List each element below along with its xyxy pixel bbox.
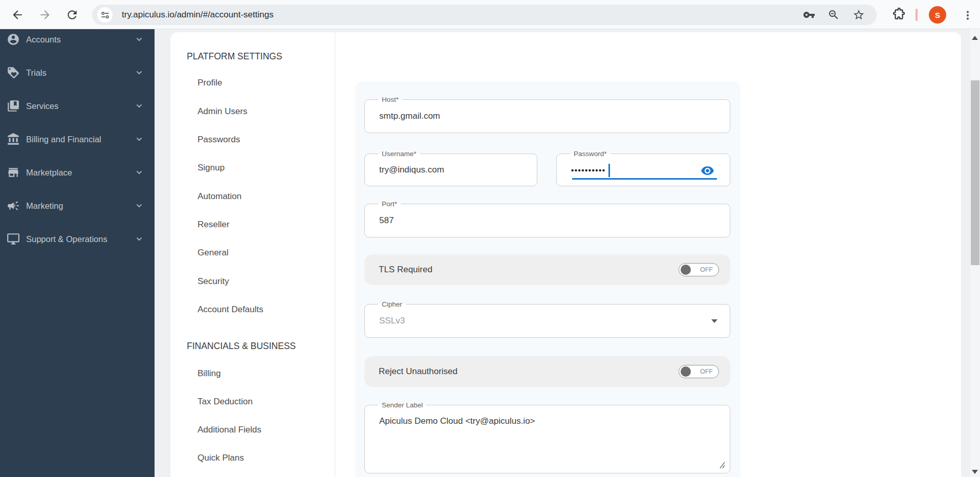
chevron-down-icon [135,235,143,243]
tag-heart-icon [7,66,20,79]
sidebar-item-services[interactable]: Services [0,96,155,116]
layered-bookmark-icon [7,99,20,113]
reject-unauthorised-toggle[interactable]: OFF [679,365,719,378]
username-value: try@indiqus.com [379,154,444,186]
browser-menu-kebab-icon[interactable] [961,9,974,22]
storefront-icon [7,166,20,179]
tls-required-label: TLS Required [379,254,432,285]
username-field[interactable]: Username* try@indiqus.com [364,154,537,186]
chevron-down-icon [135,168,143,177]
password-manager-key-icon[interactable] [803,9,815,21]
email-settings-card: Host* smtp.gmail.com Username* try@indiq… [355,82,741,477]
menu-item-tax-deduction[interactable]: Tax Deduction [198,397,253,407]
sidebar-item-accounts[interactable]: Accounts [0,29,155,50]
show-password-eye-icon[interactable] [701,164,714,178]
megaphone-icon [7,199,20,212]
sidebar-item-marketplace[interactable]: Marketplace [0,162,155,183]
chevron-down-icon [135,202,143,210]
reload-icon[interactable] [66,8,79,21]
profile-separator [916,9,918,21]
main-sidebar: Accounts Trials Services Billing and Fin… [0,29,155,477]
url-text[interactable]: try.apiculus.io/admin/#/account-settings [122,5,273,25]
cipher-value: SSLv3 [379,305,405,337]
port-field[interactable]: Port* 587 [364,204,730,237]
sidebar-item-support-operations[interactable]: Support & Operations [0,229,155,249]
sender-label-label: Sender Label [378,400,426,410]
cipher-select[interactable]: Cipher SSLv3 [364,304,730,338]
host-field[interactable]: Host* smtp.gmail.com [364,99,730,133]
menu-item-reseller[interactable]: Reseller [198,220,229,230]
sender-label-value: Apiculus Demo Cloud <try@apiculus.io> [379,413,535,430]
tls-required-toggle[interactable]: OFF [679,263,719,276]
scrollbar-thumb[interactable] [971,80,979,265]
password-value: •••••••••• [571,154,606,186]
sidebar-item-label: Billing and Financial [26,135,101,144]
settings-panel: PLATFORM SETTINGS Profile Admin Users Pa… [170,32,961,477]
password-field[interactable]: Password* •••••••••• [556,154,730,186]
back-icon[interactable] [11,8,24,21]
sidebar-item-billing-and-financial[interactable]: Billing and Financial [0,129,155,149]
menu-item-automation[interactable]: Automation [198,191,242,202]
person-circle-icon [7,33,20,46]
reject-unauthorised-row: Reject Unauthorised OFF [364,356,730,387]
monitor-icon [7,232,20,246]
menu-section-heading: FINANCIALS & BUSINESS [187,341,296,352]
scrollbar-down-arrow-icon[interactable] [972,470,978,474]
menu-item-admin-users[interactable]: Admin Users [198,106,247,117]
scrollbar-up-arrow-icon[interactable] [972,36,978,40]
chevron-down-icon [135,102,143,110]
menu-item-account-defaults[interactable]: Account Defaults [198,305,264,315]
extensions-icon[interactable] [892,8,905,21]
tls-required-row: TLS Required OFF [364,254,730,285]
dropdown-caret-icon [711,319,717,323]
menu-item-general[interactable]: General [198,248,228,258]
menu-item-passwords[interactable]: Passwords [198,135,240,145]
port-value: 587 [379,204,394,237]
chevron-down-icon [135,135,143,143]
host-value: smtp.gmail.com [379,100,440,133]
bank-icon [7,133,20,146]
reject-unauthorised-label: Reject Unauthorised [379,356,458,387]
settings-menu: PLATFORM SETTINGS Profile Admin Users Pa… [170,32,335,477]
page-scrollbar[interactable] [970,29,980,477]
chevron-down-icon [135,35,143,44]
menu-item-profile[interactable]: Profile [198,78,222,88]
toggle-state: OFF [700,264,713,276]
site-info-button[interactable] [97,7,113,23]
menu-item-security[interactable]: Security [198,276,229,287]
sidebar-item-label: Marketing [26,201,63,211]
sidebar-item-label: Support & Operations [26,234,107,244]
textarea-resize-grip[interactable] [718,462,725,469]
address-bar[interactable]: try.apiculus.io/admin/#/account-settings [92,5,877,25]
menu-item-signup[interactable]: Signup [198,163,225,173]
toggle-knob [681,366,691,377]
chevron-down-icon [135,69,143,77]
sidebar-item-trials[interactable]: Trials [0,62,155,83]
forward-icon[interactable] [38,8,52,21]
avatar-initial: S [935,11,940,19]
menu-item-billing[interactable]: Billing [198,368,221,379]
sidebar-item-label: Marketplace [26,168,72,178]
sender-label-textarea[interactable]: Sender Label Apiculus Demo Cloud <try@ap… [364,405,730,473]
password-focus-underline [572,178,717,180]
menu-item-additional-fields[interactable]: Additional Fields [198,425,262,435]
profile-avatar[interactable]: S [929,6,946,24]
email-settings-content: Email Host* smtp.gmail.com Username* try… [335,32,961,477]
text-cursor [608,164,610,177]
menu-item-quick-plans[interactable]: Quick Plans [198,453,244,463]
menu-section-heading: PLATFORM SETTINGS [187,51,282,62]
bookmark-star-icon[interactable] [853,9,865,21]
sidebar-item-marketing[interactable]: Marketing [0,196,155,216]
sidebar-item-label: Accounts [26,35,61,45]
toggle-knob [681,265,691,275]
zoom-out-icon[interactable] [827,9,840,21]
browser-toolbar: try.apiculus.io/admin/#/account-settings… [0,0,980,29]
sidebar-item-label: Trials [26,68,47,78]
site-info-icon [101,11,110,19]
toggle-state: OFF [700,365,713,378]
sidebar-item-label: Services [26,101,58,111]
